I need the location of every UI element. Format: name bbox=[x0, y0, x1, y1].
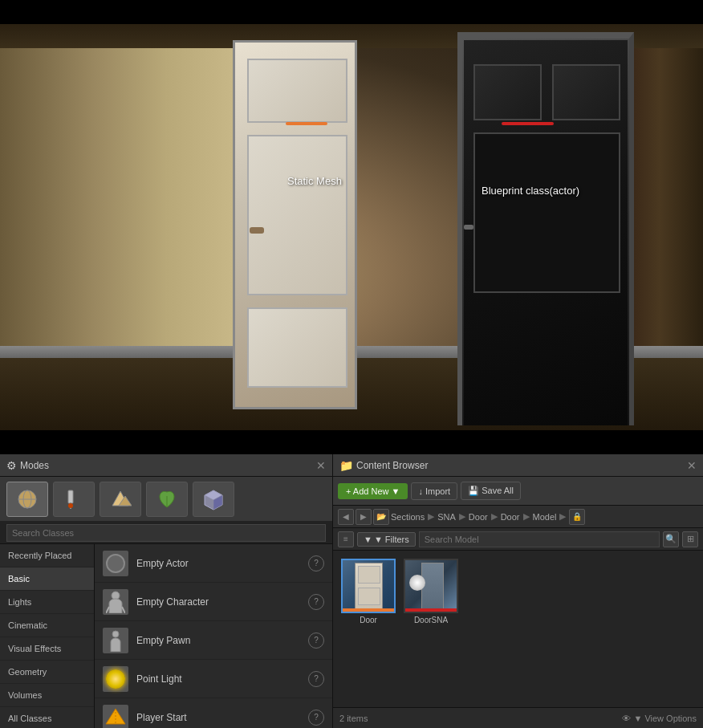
door-color-bar bbox=[343, 608, 394, 612]
asset-door[interactable]: Door bbox=[341, 559, 396, 624]
content-browser-header: 📁 Content Browser ✕ bbox=[333, 454, 703, 477]
foliage-mode-button[interactable] bbox=[146, 482, 188, 517]
list-item-empty-character[interactable]: Empty Character ? bbox=[95, 583, 332, 621]
add-new-button[interactable]: + Add New ▼ bbox=[338, 483, 408, 499]
geometry-mode-button[interactable] bbox=[193, 482, 234, 517]
scene-content: Static Mesh Blueprint class(actor) bbox=[0, 0, 703, 454]
content-browser-breadcrumb: ◀ ▶ 📂 Sections ▶ SNA ▶ Door ▶ Door ▶ Mod… bbox=[333, 506, 703, 528]
category-recently-placed[interactable]: Recently Placed bbox=[0, 544, 94, 567]
view-options-button[interactable]: 👁 ▼ View Options bbox=[622, 714, 697, 723]
category-basic[interactable]: Basic bbox=[0, 567, 94, 591]
modes-panel-header: ⚙ Modes ✕ bbox=[0, 454, 332, 477]
content-browser-title: Content Browser bbox=[356, 460, 687, 471]
empty-pawn-help[interactable]: ? bbox=[308, 632, 324, 649]
thumb-door-panel1 bbox=[358, 566, 380, 584]
landscape-mode-button[interactable] bbox=[100, 482, 141, 517]
point-light-label: Point Light bbox=[136, 673, 308, 685]
list-item-empty-pawn[interactable]: Empty Pawn ? bbox=[95, 621, 332, 660]
nav-folder-button[interactable]: 📂 bbox=[373, 509, 389, 525]
door-thumb-bg bbox=[343, 559, 394, 613]
search-classes-input[interactable] bbox=[6, 524, 326, 542]
category-geometry[interactable]: Geometry bbox=[0, 661, 94, 684]
orange-line-left bbox=[286, 122, 327, 125]
placement-mode-button[interactable] bbox=[6, 482, 48, 517]
items-list: Empty Actor ? Empty Character ? bbox=[95, 544, 332, 728]
category-cinematic[interactable]: Cinematic bbox=[0, 614, 94, 637]
categories-list: Recently Placed Basic Lights Cinematic V… bbox=[0, 544, 95, 728]
content-browser-icon: 📁 bbox=[339, 459, 353, 472]
search-classes-bar bbox=[0, 522, 332, 544]
empty-character-label: Empty Character bbox=[136, 596, 308, 608]
modes-main: Recently Placed Basic Lights Cinematic V… bbox=[0, 544, 332, 728]
category-all-classes[interactable]: All Classes bbox=[0, 707, 94, 728]
viewport-black-bar-top bbox=[0, 0, 703, 24]
modes-close-button[interactable]: ✕ bbox=[316, 459, 326, 472]
right-door-panel-bot bbox=[473, 132, 620, 293]
content-browser-close-button[interactable]: ✕ bbox=[687, 459, 697, 472]
breadcrumb-sections[interactable]: Sections bbox=[391, 512, 425, 522]
right-door-panel-top bbox=[473, 64, 542, 120]
breadcrumb-more-button[interactable]: 🔒 bbox=[569, 509, 585, 525]
modes-panel-title: Modes bbox=[20, 460, 316, 471]
viewport-black-bar-bottom bbox=[0, 430, 703, 454]
filter-layout-button[interactable]: ≡ bbox=[338, 531, 354, 547]
right-door-panel-top2 bbox=[552, 64, 620, 120]
search-icon[interactable]: 🔍 bbox=[663, 531, 679, 547]
content-browser-toolbar: + Add New ▼ ↓ Import 💾 Save All bbox=[333, 477, 703, 506]
breadcrumb-model[interactable]: Model bbox=[533, 512, 557, 522]
thumb-door-shape bbox=[355, 563, 383, 609]
left-door bbox=[233, 40, 357, 409]
list-item-empty-actor[interactable]: Empty Actor ? bbox=[95, 544, 332, 583]
asset-door-thumbnail bbox=[341, 559, 396, 613]
content-browser-content: Door DoorSNA bbox=[333, 551, 703, 707]
empty-pawn-icon bbox=[103, 628, 128, 653]
list-item-point-light[interactable]: Point Light ? bbox=[95, 660, 332, 698]
category-volumes[interactable]: Volumes bbox=[0, 684, 94, 707]
breadcrumb-sna[interactable]: SNA bbox=[437, 512, 456, 522]
left-door-panel-bot bbox=[247, 307, 347, 388]
point-light-help[interactable]: ? bbox=[308, 671, 324, 687]
door-handle-right bbox=[464, 225, 473, 230]
svg-line-14 bbox=[122, 607, 125, 613]
paint-mode-button[interactable] bbox=[53, 482, 95, 517]
import-button[interactable]: ↓ Import bbox=[411, 482, 457, 500]
doorsna-color-bar bbox=[405, 608, 457, 612]
thumb-doorsna-shape bbox=[421, 563, 444, 609]
nav-back-button[interactable]: ◀ bbox=[338, 509, 354, 525]
category-lights[interactable]: Lights bbox=[0, 591, 94, 614]
doorsna-thumb-bg bbox=[405, 559, 457, 613]
svg-point-5 bbox=[68, 503, 73, 508]
filters-button[interactable]: ▼ ▼ Filters bbox=[357, 532, 416, 547]
modes-toolbar bbox=[0, 477, 332, 522]
save-all-button[interactable]: 💾 Save All bbox=[461, 482, 521, 500]
list-item-player-start[interactable]: Player Start ? bbox=[95, 698, 332, 728]
thumb-door-panel2 bbox=[358, 588, 380, 605]
content-browser-search[interactable] bbox=[419, 531, 660, 547]
breadcrumb-door2[interactable]: Door bbox=[501, 512, 520, 522]
player-start-label: Player Start bbox=[136, 712, 308, 723]
asset-doorsna[interactable]: DoorSNA bbox=[404, 559, 458, 624]
category-visual-effects[interactable]: Visual Effects bbox=[0, 637, 94, 661]
left-door-panel-mid bbox=[247, 135, 347, 295]
asset-door-label: Door bbox=[360, 616, 377, 624]
empty-actor-help[interactable]: ? bbox=[308, 555, 324, 571]
breadcrumb-door1[interactable]: Door bbox=[469, 512, 488, 522]
asset-doorsna-thumbnail bbox=[404, 559, 458, 613]
nav-forward-button[interactable]: ▶ bbox=[356, 509, 372, 525]
svg-rect-3 bbox=[68, 490, 73, 503]
content-browser-footer: 2 items 👁 ▼ View Options bbox=[333, 707, 703, 728]
player-start-icon bbox=[103, 705, 128, 729]
empty-character-help[interactable]: ? bbox=[308, 594, 324, 610]
label-blueprint: Blueprint class(actor) bbox=[482, 185, 579, 197]
empty-actor-icon bbox=[103, 551, 128, 576]
label-static-mesh: Static Mesh bbox=[287, 175, 342, 187]
content-browser-panel: 📁 Content Browser ✕ + Add New ▼ ↓ Import… bbox=[333, 454, 703, 728]
empty-pawn-label: Empty Pawn bbox=[136, 635, 308, 646]
svg-point-15 bbox=[112, 631, 119, 637]
door-handle-left bbox=[250, 227, 264, 234]
empty-character-icon bbox=[103, 589, 128, 615]
modes-panel-icon: ⚙ bbox=[6, 459, 17, 472]
view-toggle-button[interactable]: ⊞ bbox=[682, 531, 698, 547]
viewport: Static Mesh Blueprint class(actor) bbox=[0, 0, 703, 454]
player-start-help[interactable]: ? bbox=[308, 710, 324, 726]
